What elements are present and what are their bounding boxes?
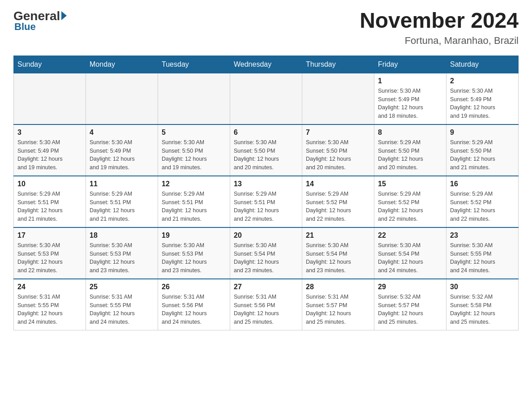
calendar-cell <box>158 73 230 124</box>
day-number: 15 <box>378 180 442 188</box>
day-info: Sunrise: 5:29 AMSunset: 5:52 PMDaylight:… <box>306 190 370 223</box>
day-number: 16 <box>450 180 515 188</box>
day-info: Sunrise: 5:30 AMSunset: 5:53 PMDaylight:… <box>90 241 154 275</box>
calendar-cell: 15Sunrise: 5:29 AMSunset: 5:52 PMDayligh… <box>374 176 446 227</box>
header: General Blue November 2024 Fortuna, Mara… <box>13 9 519 47</box>
calendar-cell: 10Sunrise: 5:29 AMSunset: 5:51 PMDayligh… <box>14 176 86 227</box>
calendar-cell <box>230 73 302 124</box>
calendar-cell: 11Sunrise: 5:29 AMSunset: 5:51 PMDayligh… <box>86 176 158 227</box>
day-number: 26 <box>162 283 226 291</box>
calendar-body: 1Sunrise: 5:30 AMSunset: 5:49 PMDaylight… <box>14 73 519 330</box>
day-number: 20 <box>234 231 298 240</box>
day-number: 17 <box>17 231 82 240</box>
day-number: 13 <box>234 180 298 188</box>
header-row: SundayMondayTuesdayWednesdayThursdayFrid… <box>14 56 519 73</box>
day-info: Sunrise: 5:30 AMSunset: 5:54 PMDaylight:… <box>234 241 298 275</box>
day-number: 21 <box>306 231 370 240</box>
day-number: 10 <box>17 180 82 188</box>
day-number: 29 <box>378 283 442 291</box>
day-number: 3 <box>17 128 82 137</box>
day-info: Sunrise: 5:30 AMSunset: 5:50 PMDaylight:… <box>234 138 298 172</box>
day-info: Sunrise: 5:29 AMSunset: 5:51 PMDaylight:… <box>234 190 298 223</box>
calendar-cell: 8Sunrise: 5:29 AMSunset: 5:50 PMDaylight… <box>374 124 446 176</box>
calendar-cell: 7Sunrise: 5:30 AMSunset: 5:50 PMDaylight… <box>302 124 374 176</box>
calendar-table: SundayMondayTuesdayWednesdayThursdayFrid… <box>13 56 519 330</box>
calendar-cell: 14Sunrise: 5:29 AMSunset: 5:52 PMDayligh… <box>302 176 374 227</box>
day-info: Sunrise: 5:29 AMSunset: 5:50 PMDaylight:… <box>378 138 442 172</box>
day-number: 24 <box>17 283 82 291</box>
week-row-3: 10Sunrise: 5:29 AMSunset: 5:51 PMDayligh… <box>14 176 519 227</box>
day-info: Sunrise: 5:29 AMSunset: 5:52 PMDaylight:… <box>450 190 515 223</box>
logo: General Blue <box>13 9 67 33</box>
day-info: Sunrise: 5:30 AMSunset: 5:54 PMDaylight:… <box>306 241 370 275</box>
calendar-cell: 6Sunrise: 5:30 AMSunset: 5:50 PMDaylight… <box>230 124 302 176</box>
day-number: 25 <box>90 283 154 291</box>
calendar-cell: 26Sunrise: 5:31 AMSunset: 5:56 PMDayligh… <box>158 279 230 330</box>
calendar-cell: 3Sunrise: 5:30 AMSunset: 5:49 PMDaylight… <box>14 124 86 176</box>
day-number: 8 <box>378 128 442 137</box>
day-info: Sunrise: 5:30 AMSunset: 5:49 PMDaylight:… <box>378 87 442 120</box>
day-info: Sunrise: 5:31 AMSunset: 5:56 PMDaylight:… <box>162 293 226 326</box>
calendar-cell: 19Sunrise: 5:30 AMSunset: 5:53 PMDayligh… <box>158 227 230 279</box>
calendar-cell: 16Sunrise: 5:29 AMSunset: 5:52 PMDayligh… <box>446 176 519 227</box>
calendar-cell: 21Sunrise: 5:30 AMSunset: 5:54 PMDayligh… <box>302 227 374 279</box>
week-row-1: 1Sunrise: 5:30 AMSunset: 5:49 PMDaylight… <box>14 73 519 124</box>
day-number: 4 <box>90 128 154 137</box>
calendar-cell: 20Sunrise: 5:30 AMSunset: 5:54 PMDayligh… <box>230 227 302 279</box>
month-title: November 2024 <box>360 9 519 33</box>
calendar-cell: 1Sunrise: 5:30 AMSunset: 5:49 PMDaylight… <box>374 73 446 124</box>
day-info: Sunrise: 5:29 AMSunset: 5:51 PMDaylight:… <box>90 190 154 223</box>
day-number: 19 <box>162 231 226 240</box>
calendar-cell: 13Sunrise: 5:29 AMSunset: 5:51 PMDayligh… <box>230 176 302 227</box>
calendar-cell: 22Sunrise: 5:30 AMSunset: 5:54 PMDayligh… <box>374 227 446 279</box>
day-number: 9 <box>450 128 515 137</box>
day-number: 23 <box>450 231 515 240</box>
day-info: Sunrise: 5:30 AMSunset: 5:53 PMDaylight:… <box>162 241 226 275</box>
day-info: Sunrise: 5:30 AMSunset: 5:49 PMDaylight:… <box>17 138 82 172</box>
header-day-sunday: Sunday <box>14 56 86 73</box>
calendar-cell <box>302 73 374 124</box>
week-row-5: 24Sunrise: 5:31 AMSunset: 5:55 PMDayligh… <box>14 279 519 330</box>
calendar-cell: 29Sunrise: 5:32 AMSunset: 5:57 PMDayligh… <box>374 279 446 330</box>
day-info: Sunrise: 5:30 AMSunset: 5:53 PMDaylight:… <box>17 241 82 275</box>
week-row-4: 17Sunrise: 5:30 AMSunset: 5:53 PMDayligh… <box>14 227 519 279</box>
day-info: Sunrise: 5:31 AMSunset: 5:57 PMDaylight:… <box>306 293 370 326</box>
day-info: Sunrise: 5:31 AMSunset: 5:55 PMDaylight:… <box>17 293 82 326</box>
calendar-cell: 28Sunrise: 5:31 AMSunset: 5:57 PMDayligh… <box>302 279 374 330</box>
day-number: 11 <box>90 180 154 188</box>
day-number: 2 <box>450 77 515 85</box>
header-day-saturday: Saturday <box>446 56 519 73</box>
day-info: Sunrise: 5:31 AMSunset: 5:55 PMDaylight:… <box>90 293 154 326</box>
day-info: Sunrise: 5:30 AMSunset: 5:50 PMDaylight:… <box>306 138 370 172</box>
day-info: Sunrise: 5:29 AMSunset: 5:51 PMDaylight:… <box>162 190 226 223</box>
calendar-cell: 9Sunrise: 5:29 AMSunset: 5:50 PMDaylight… <box>446 124 519 176</box>
calendar-cell: 18Sunrise: 5:30 AMSunset: 5:53 PMDayligh… <box>86 227 158 279</box>
day-info: Sunrise: 5:32 AMSunset: 5:57 PMDaylight:… <box>378 293 442 326</box>
calendar-cell: 5Sunrise: 5:30 AMSunset: 5:50 PMDaylight… <box>158 124 230 176</box>
week-row-2: 3Sunrise: 5:30 AMSunset: 5:49 PMDaylight… <box>14 124 519 176</box>
day-number: 5 <box>162 128 226 137</box>
day-number: 28 <box>306 283 370 291</box>
day-info: Sunrise: 5:29 AMSunset: 5:52 PMDaylight:… <box>378 190 442 223</box>
day-info: Sunrise: 5:32 AMSunset: 5:58 PMDaylight:… <box>450 293 515 326</box>
day-info: Sunrise: 5:30 AMSunset: 5:49 PMDaylight:… <box>90 138 154 172</box>
calendar-cell: 2Sunrise: 5:30 AMSunset: 5:49 PMDaylight… <box>446 73 519 124</box>
header-day-tuesday: Tuesday <box>158 56 230 73</box>
logo-part2: Blue <box>14 21 36 33</box>
header-day-friday: Friday <box>374 56 446 73</box>
day-number: 12 <box>162 180 226 188</box>
calendar-cell: 23Sunrise: 5:30 AMSunset: 5:55 PMDayligh… <box>446 227 519 279</box>
day-number: 1 <box>378 77 442 85</box>
calendar-cell: 27Sunrise: 5:31 AMSunset: 5:56 PMDayligh… <box>230 279 302 330</box>
calendar-cell <box>86 73 158 124</box>
day-info: Sunrise: 5:30 AMSunset: 5:55 PMDaylight:… <box>450 241 515 275</box>
header-day-thursday: Thursday <box>302 56 374 73</box>
location-title: Fortuna, Maranhao, Brazil <box>360 35 519 47</box>
header-day-wednesday: Wednesday <box>230 56 302 73</box>
day-info: Sunrise: 5:29 AMSunset: 5:51 PMDaylight:… <box>17 190 82 223</box>
day-info: Sunrise: 5:31 AMSunset: 5:56 PMDaylight:… <box>234 293 298 326</box>
calendar-cell: 30Sunrise: 5:32 AMSunset: 5:58 PMDayligh… <box>446 279 519 330</box>
day-number: 30 <box>450 283 515 291</box>
day-info: Sunrise: 5:29 AMSunset: 5:50 PMDaylight:… <box>450 138 515 172</box>
calendar-cell: 24Sunrise: 5:31 AMSunset: 5:55 PMDayligh… <box>14 279 86 330</box>
